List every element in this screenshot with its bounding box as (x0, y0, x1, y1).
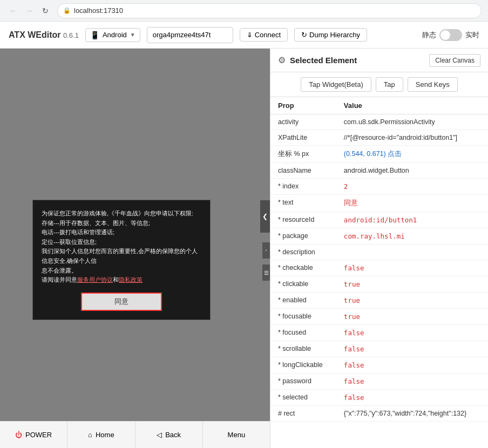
power-label: POWER (25, 431, 52, 439)
selected-element-title: Selected Element (290, 56, 425, 65)
prop-cell: * description (270, 245, 336, 260)
menu-button[interactable]: Menu (203, 422, 270, 448)
connect-button[interactable]: ⇓ Connect (240, 28, 288, 42)
prop-cell: * longClickable (270, 357, 336, 374)
prop-column-header: Prop (270, 97, 336, 114)
app-title: ATX WEditor 0.6.1 (9, 30, 79, 40)
table-row: * focusabletrue (270, 309, 488, 325)
prop-cell: * clickable (270, 276, 336, 293)
props-header: ⚙ Selected Element Clear Canvas (270, 49, 488, 72)
table-row: # rect{"x":775,"y":673,"width":724,"heig… (270, 406, 488, 422)
static-mode-label: 静态 (422, 30, 436, 40)
bottom-nav: ⏻ POWER ⌂ Home ◁ Back Menu (0, 421, 270, 448)
value-cell: {"x":775,"y":673,"width":724,"height":13… (336, 406, 488, 422)
privacy-policy-link[interactable]: 隐私政策 (119, 276, 143, 283)
table-row: * selectedfalse (270, 390, 488, 406)
value-column-header: Value (336, 97, 488, 114)
value-cell: false (336, 325, 488, 341)
home-button[interactable]: ⌂ Home (67, 422, 135, 448)
prop-cell: activity (270, 114, 336, 130)
power-icon: ⏻ (15, 431, 22, 439)
prop-cell: * scrollable (270, 341, 336, 357)
url-text: localhost:17310 (74, 6, 123, 15)
address-bar[interactable]: 🔒 localhost:17310 (57, 3, 482, 18)
value-cell: true (336, 276, 488, 293)
value-cell: //*[@resource-id="android:id/button1"] (336, 130, 488, 146)
prop-cell: * password (270, 374, 336, 390)
mode-toggle-switch[interactable] (439, 29, 462, 41)
power-button[interactable]: ⏻ POWER (0, 422, 67, 448)
table-row: * clickabletrue (270, 276, 488, 293)
table-row: * index2 (270, 179, 488, 195)
service-agreement-link[interactable]: 服务用户协议 (77, 276, 113, 283)
props-panel: ⚙ Selected Element Clear Canvas Tap Widg… (270, 49, 488, 448)
prop-cell: * selected (270, 390, 336, 406)
prop-cell: * focusable (270, 309, 336, 325)
lock-icon: 🔒 (63, 7, 71, 14)
android-icon: 📱 (90, 31, 99, 39)
device-id-input[interactable] (147, 27, 233, 43)
main-layout: 为保证您正常的游戏体验,《千年血战》向您申请以下权限: 存储---用于存数据、文… (0, 49, 488, 448)
right-edge-arrow[interactable]: ❮ (260, 200, 270, 233)
dialog-container: 为保证您正常的游戏体验,《千年血战》向您申请以下权限: 存储---用于存数据、文… (32, 200, 211, 320)
back-button[interactable]: ◁ Back (135, 422, 203, 448)
home-icon: ⌂ (88, 431, 92, 439)
value-cell: false (336, 390, 488, 406)
back-nav-button[interactable]: ← (6, 4, 19, 17)
table-row: 坐标 % px(0.544, 0.671) 点击 (270, 146, 488, 163)
dump-label: Dump Hierarchy (309, 31, 360, 39)
prop-cell: * checkable (270, 260, 336, 276)
device-screen[interactable]: 为保证您正常的游戏体验,《千年血战》向您申请以下权限: 存储---用于存数据、文… (0, 49, 270, 421)
mode-toggle-group: 静态 实时 (422, 29, 479, 41)
browser-bar: ← → ↻ 🔒 localhost:17310 (0, 0, 488, 22)
tap-button[interactable]: Tap (376, 77, 403, 92)
right-edge-dot[interactable]: ◦ (262, 242, 270, 259)
table-row: * description (270, 245, 488, 260)
nav-buttons: ← → ↻ (6, 4, 52, 17)
action-bar: Tap Widget(Beta) Tap Send Keys (270, 72, 488, 97)
prop-cell: XPathLite (270, 130, 336, 146)
value-cell: android:id/button1 (336, 212, 488, 228)
tap-widget-button[interactable]: Tap Widget(Beta) (301, 77, 371, 92)
table-row: XPathLite//*[@resource-id="android:id/bu… (270, 130, 488, 146)
refresh-icon: ↻ (301, 31, 307, 39)
selected-element-icon: ⚙ (278, 55, 286, 65)
value-cell: 同意 (336, 195, 488, 212)
send-keys-button[interactable]: Send Keys (408, 77, 458, 92)
value-cell: true (336, 309, 488, 325)
prop-cell: * package (270, 228, 336, 245)
device-panel: 为保证您正常的游戏体验,《千年血战》向您申请以下权限: 存储---用于存数据、文… (0, 49, 270, 448)
forward-nav-button[interactable]: → (23, 4, 36, 17)
table-row: * packagecom.ray.lhsl.mi (270, 228, 488, 245)
table-row: * passwordfalse (270, 374, 488, 390)
value-cell: android.widget.Button (336, 163, 488, 179)
app-header: ATX WEditor 0.6.1 📱 Android ▼ ⇓ Connect … (0, 22, 488, 49)
right-edge-menu[interactable]: ☰ (262, 264, 270, 281)
menu-label: Menu (228, 431, 246, 439)
connect-icon: ⇓ (247, 31, 253, 39)
props-table: Prop Value activitycom.u8.sdk.Permission… (270, 97, 488, 448)
agree-button[interactable]: 同意 (81, 293, 162, 311)
value-cell[interactable]: (0.544, 0.671) 点击 (336, 146, 488, 163)
table-row: * text同意 (270, 195, 488, 212)
device-selector[interactable]: 📱 Android ▼ (85, 28, 140, 42)
back-icon: ◁ (157, 431, 162, 439)
value-cell (336, 245, 488, 260)
value-cell: true (336, 293, 488, 309)
prop-cell: * index (270, 179, 336, 195)
device-dropdown-arrow: ▼ (130, 32, 135, 38)
prop-cell: * resourceId (270, 212, 336, 228)
table-row: * scrollablefalse (270, 341, 488, 357)
reload-nav-button[interactable]: ↻ (39, 4, 52, 17)
dump-hierarchy-button[interactable]: ↻ Dump Hierarchy (294, 28, 367, 42)
dialog-button-row: 同意 (42, 293, 201, 311)
connect-label: Connect (255, 31, 281, 39)
table-row: * longClickablefalse (270, 357, 488, 374)
clear-canvas-button[interactable]: Clear Canvas (429, 54, 480, 67)
table-row: * checkablefalse (270, 260, 488, 276)
prop-cell: 坐标 % px (270, 146, 336, 163)
value-cell: false (336, 341, 488, 357)
value-cell: com.ray.lhsl.mi (336, 228, 488, 245)
permission-dialog: 为保证您正常的游戏体验,《千年血战》向您申请以下权限: 存储---用于存数据、文… (32, 200, 211, 320)
prop-cell: className (270, 163, 336, 179)
